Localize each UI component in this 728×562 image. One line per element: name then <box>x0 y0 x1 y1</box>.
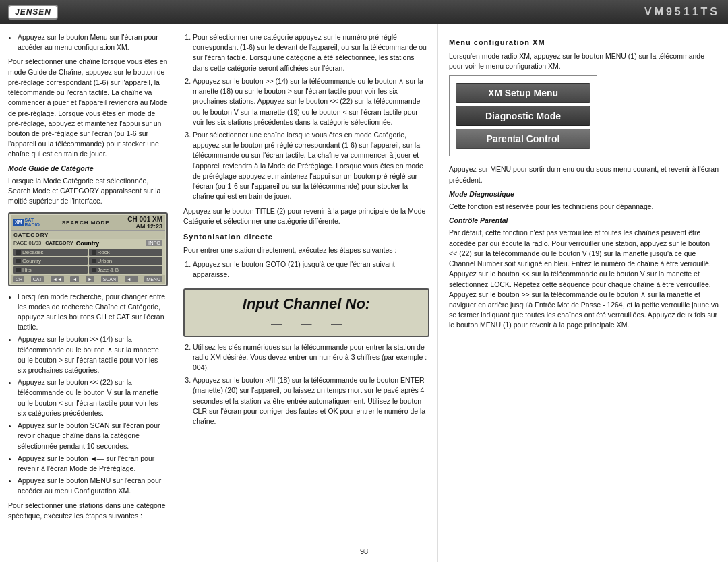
mode-diag-para: Cette fonction est réservée pour les tec… <box>449 201 720 212</box>
ctrl-prev[interactable]: ◄ <box>70 276 79 282</box>
ctrl-cat[interactable]: CAT <box>31 276 44 282</box>
mid-step-note: Appuyez sur le bouton TITLE (2) pour rev… <box>183 206 429 226</box>
bullet-b5: Appuyez sur le bouton ◄— sur l'écran pou… <box>18 454 168 474</box>
category-val: CATEGORY <box>45 240 73 246</box>
ch-display: CH 001 XM <box>127 216 162 223</box>
left-para-bottom: Pour sélectionner une stations dans une … <box>8 501 168 521</box>
bullet-b3: Appuyez sur le bouton << (22) sur la tél… <box>18 377 168 418</box>
search-mode-label: SEARCH MODE <box>44 220 127 226</box>
mid-step-3: Pour sélectionner une chaîne lorsque vou… <box>193 130 429 202</box>
parental-para: Par défaut, cette fonction n'est pas ver… <box>449 228 720 330</box>
xm-parental-control-btn[interactable]: Parental Control <box>456 129 590 149</box>
synto-title: Syntonisation directe <box>183 232 429 243</box>
bullet-b1: Lorsqu'en mode recherche, pour changer e… <box>18 292 168 333</box>
xm-diagnostic-mode-btn[interactable]: Diagnostic Mode <box>456 106 590 126</box>
mid-step-2: Appuyez sur le bouton >> (14) sur la tél… <box>193 76 429 127</box>
synto-steps-1: Appuyez sur le bouton GOTO (21) jusqu'à … <box>183 259 429 280</box>
display-second-row: PAGE 01/03 CATEGORY Country INFO <box>11 239 165 247</box>
menu-config-para: Lorsqu'en mode radio XM, appuyez sur le … <box>449 51 720 71</box>
country-display: Country <box>76 240 100 247</box>
device-display: XM SATRADIO SEARCH MODE CH 001 XM AM 12:… <box>8 212 168 286</box>
mode-guide-title: Mode Guide de Catégorie <box>8 164 168 174</box>
left-bullets-bottom: Lorsqu'en mode recherche, pour changer e… <box>8 292 168 497</box>
mid-column: Pour sélectionner une catégorie appuyez … <box>175 24 438 562</box>
cat-btn-decades[interactable]: Decades <box>13 249 88 256</box>
ctrl-menu[interactable]: MENU <box>144 276 162 282</box>
am-time-display: AM 12:23 <box>127 223 162 230</box>
bullet-b2: Appuyez sur le bouton >> (14) sur la tél… <box>18 334 168 375</box>
synto-para: Pour entrer une station directement, exé… <box>183 245 429 255</box>
category-label: CATEGORY <box>13 232 49 238</box>
synto-steps-2: Utilisez les clés numériques sur la télé… <box>183 342 429 427</box>
ctrl-next[interactable]: ► <box>86 276 94 282</box>
parental-title: Contrôle Parental <box>449 216 720 226</box>
mode-guide-para: Lorsque la Mode Catégorie est sélectionn… <box>8 176 168 207</box>
ctrl-ch[interactable]: CH <box>13 276 24 282</box>
left-para2: Pour sélectionner une chaîne lorsque vou… <box>8 57 168 159</box>
mid-step-1: Pour sélectionner une catégorie appuyez … <box>193 32 429 73</box>
ctrl-back[interactable]: ◄— <box>125 276 138 282</box>
page-number: 98 <box>360 547 368 555</box>
page-label: PAGE 01/03 <box>13 240 41 246</box>
left-column: Appuyez sur le bouton Menu sur l'écran p… <box>0 24 175 562</box>
mid-steps-top: Pour sélectionner une catégorie appuyez … <box>183 32 429 202</box>
cat-btn-urban[interactable]: Urban <box>89 257 163 265</box>
cat-btn-hits[interactable]: Hits <box>13 266 88 274</box>
xm-badge: XM <box>13 219 24 226</box>
menu-note: Appuyez sur MENU pour sortir du menu ou … <box>449 164 720 185</box>
left-bullets-top: Appuyez sur le bouton Menu sur l'écran p… <box>8 32 168 53</box>
bullet-b4: Appuyez sur le bouton SCAN sur l'écran p… <box>18 420 168 451</box>
bullet-b6: Appuyez sur le bouton MENU sur l'écran p… <box>18 476 168 496</box>
display-top-row: XM SATRADIO SEARCH MODE CH 001 XM AM 12:… <box>11 215 165 231</box>
ctrl-prev-prev[interactable]: ◄◄ <box>51 276 64 282</box>
main-content: Appuyez sur le bouton Menu sur l'écran p… <box>0 24 728 562</box>
jensen-logo: JENSEN <box>8 5 58 20</box>
header: JENSEN VM9511TS <box>0 0 728 24</box>
mode-diag-title: Mode Diagnostique <box>449 189 720 199</box>
input-channel-display: Input Channel No: — — — <box>183 288 429 337</box>
menu-config-title: Menu configuration XM <box>449 38 720 49</box>
cat-btn-jazz[interactable]: Jazz & B <box>89 266 163 274</box>
display-category-grid: Decades Rock Country Urban Hits Jazz & B <box>11 247 165 275</box>
display-bottom-controls: CH CAT ◄◄ ◄ ► SCAN ◄— MENU <box>11 275 165 284</box>
sat-radio-label: SATRADIO <box>25 218 40 227</box>
bullet-top-1: Appuyez sur le bouton Menu sur l'écran p… <box>18 32 168 53</box>
model-number: VM9511TS <box>644 6 720 18</box>
input-channel-dashes: — — — <box>200 318 421 330</box>
info-btn[interactable]: INFO <box>146 240 162 246</box>
synto-step-3: Appuyez sur le bouton >/II (18) sur la t… <box>193 375 429 427</box>
input-channel-title: Input Channel No: <box>191 295 421 313</box>
cat-btn-rock[interactable]: Rock <box>89 249 163 256</box>
synto-step-2: Utilisez les clés numériques sur la télé… <box>193 342 429 373</box>
xm-menu-box: XM Setup Menu Diagnostic Mode Parental C… <box>449 75 597 156</box>
ch-xm-block: CH 001 XM AM 12:23 <box>127 216 162 230</box>
ctrl-scan[interactable]: SCAN <box>101 276 118 282</box>
xm-setup-menu-btn[interactable]: XM Setup Menu <box>456 83 590 103</box>
right-column: Menu configuration XM Lorsqu'en mode rad… <box>438 24 728 562</box>
synto-step-1: Appuyez sur le bouton GOTO (21) jusqu'à … <box>193 259 429 280</box>
cat-btn-country[interactable]: Country <box>13 257 88 265</box>
display-category-row: CATEGORY <box>11 231 165 239</box>
